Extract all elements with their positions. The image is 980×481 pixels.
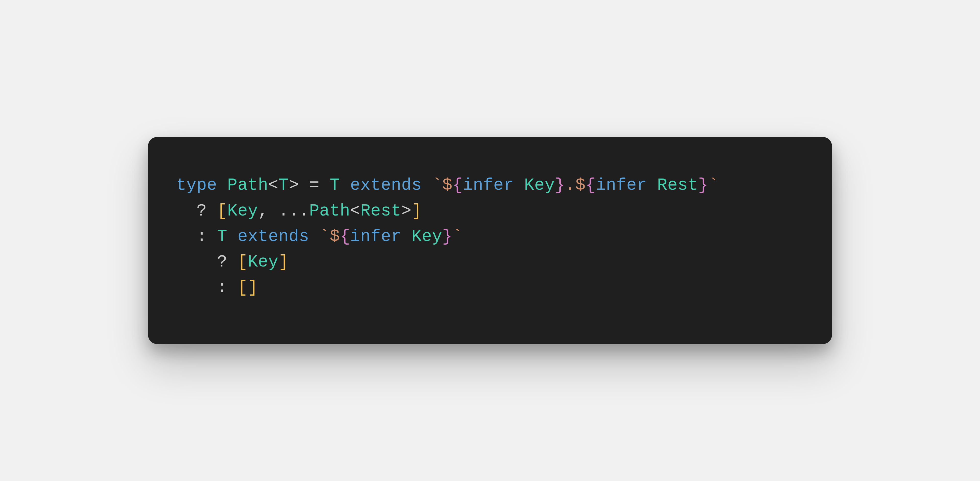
code-line: type Path<T> = T extends `${infer Key}.$… [176, 176, 719, 195]
code-token: extends [340, 176, 432, 195]
code-line: ? [Key, ...Path<Rest>] [176, 202, 422, 221]
code-token: $ [575, 176, 585, 195]
code-token: Key [248, 252, 278, 271]
code-line: : [] [176, 278, 258, 297]
code-token: { [340, 227, 350, 246]
code-token: ] [412, 202, 422, 221]
code-block[interactable]: type Path<T> = T extends `${infer Key}.$… [176, 173, 804, 301]
code-token: infer [596, 176, 657, 195]
page-background: type Path<T> = T extends `${infer Key}.$… [0, 0, 980, 481]
code-token: Rest [657, 176, 698, 195]
code-token: > [401, 202, 411, 221]
code-line: : T extends `${infer Key}` [176, 227, 463, 246]
code-token: = [299, 176, 329, 195]
code-token: ] [248, 278, 258, 297]
code-token: T [217, 227, 227, 246]
code-token: T [278, 176, 289, 195]
code-token: } [442, 227, 452, 246]
code-token: ? [217, 252, 237, 271]
code-token: infer [350, 227, 412, 246]
code-token: } [555, 176, 565, 195]
code-token: [ [217, 202, 227, 221]
code-token: $ [442, 176, 452, 195]
code-token: Rest [360, 202, 401, 221]
code-token: < [350, 202, 360, 221]
code-indent [176, 278, 217, 297]
code-token: ` [452, 227, 463, 246]
code-line: ? [Key] [176, 252, 289, 271]
code-indent [176, 227, 197, 246]
code-token: Key [228, 202, 258, 221]
code-token: { [585, 176, 596, 195]
code-token: ` [320, 227, 330, 246]
code-token: $ [330, 227, 340, 246]
code-token: ` [708, 176, 719, 195]
code-token: < [268, 176, 278, 195]
code-token: . [565, 176, 575, 195]
code-token: } [698, 176, 708, 195]
code-token: ? [197, 202, 217, 221]
code-snippet-card: type Path<T> = T extends `${infer Key}.$… [148, 137, 832, 344]
code-token: ` [432, 176, 442, 195]
code-token: { [452, 176, 463, 195]
code-token: [ [238, 252, 248, 271]
code-token: Path [228, 176, 268, 195]
code-token: , [258, 202, 278, 221]
code-token: > [289, 176, 299, 195]
code-token: infer [463, 176, 524, 195]
code-token: : [197, 227, 217, 246]
code-token: [ [238, 278, 248, 297]
code-token: T [330, 176, 340, 195]
code-indent [176, 252, 217, 271]
code-token: : [217, 278, 237, 297]
code-token: ... [278, 202, 309, 221]
code-indent [176, 202, 197, 221]
code-token: type [176, 176, 228, 195]
code-token: Key [524, 176, 555, 195]
code-token: ] [278, 252, 289, 271]
code-token: Path [309, 202, 350, 221]
code-token: extends [228, 227, 320, 246]
code-token: Key [411, 227, 442, 246]
